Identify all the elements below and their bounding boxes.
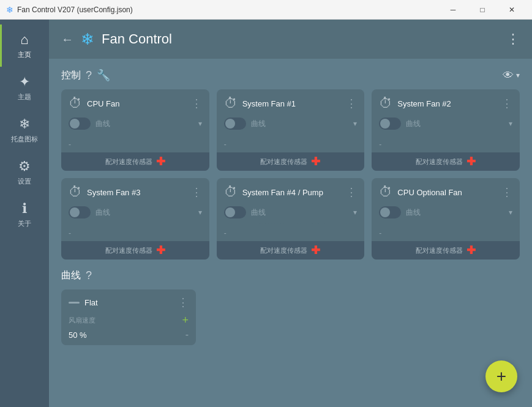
fan-toggle-cpu-fan[interactable] — [69, 118, 91, 130]
fan-card-system-fan-1: ⏱ System Fan #1 ⋮ 曲线 ▾ - 配对速度传感器 ✚ — [217, 89, 365, 171]
curve-value-row: 50 % - — [61, 328, 196, 345]
fan-footer-system-fan-3: 配对速度传感器 ✚ — [61, 241, 209, 260]
fan-gauge-icon-system-fan-1: ⏱ — [224, 95, 238, 111]
fan-menu-system-fan-4[interactable]: ⋮ — [346, 185, 357, 199]
fan-gauge-icon-system-fan-3: ⏱ — [69, 184, 82, 200]
fan-curve-arrow-system-fan-1[interactable]: ▾ — [353, 119, 357, 128]
fan-value-cpu-optional-fan: - — [372, 226, 520, 239]
fan-add-sensor-system-fan-2[interactable]: ✚ — [466, 155, 476, 168]
fan-divider-system-fan-3 — [69, 223, 202, 224]
fan-add-sensor-cpu-optional-fan[interactable]: ✚ — [466, 244, 476, 257]
curves-help-icon[interactable]: ? — [86, 269, 92, 282]
maximize-button[interactable]: □ — [468, 0, 496, 20]
fan-curve-arrow-system-fan-3[interactable]: ▾ — [198, 208, 202, 217]
fan-curve-label-system-fan-3: 曲线 — [96, 207, 110, 218]
sidebar-label-theme: 主题 — [18, 92, 31, 102]
window-title: Fan Control V207 (userConfig.json) — [17, 6, 133, 14]
back-button[interactable]: ← — [61, 32, 73, 47]
fan-name-system-fan-2: System Fan #2 — [397, 99, 496, 108]
fan-menu-system-fan-2[interactable]: ⋮ — [501, 97, 512, 110]
fan-add-sensor-system-fan-1[interactable]: ✚ — [311, 155, 320, 168]
fan-toggle-cpu-optional-fan[interactable] — [379, 206, 401, 218]
sidebar-item-home[interactable]: ⌂ 主页 — [0, 24, 49, 67]
header-menu-button[interactable]: ⋮ — [506, 31, 520, 47]
visibility-icon[interactable]: 👁 — [503, 69, 514, 82]
fan-add-sensor-system-fan-4[interactable]: ✚ — [311, 244, 320, 257]
sidebar-item-tray[interactable]: ❄ 托盘图标 — [0, 109, 49, 151]
fan-footer-system-fan-2: 配对速度传感器 ✚ — [372, 152, 520, 171]
visibility-arrow-icon[interactable]: ▾ — [516, 71, 520, 80]
fan-menu-cpu-fan[interactable]: ⋮ — [191, 97, 202, 110]
fan-controls-system-fan-2: 曲线 ▾ — [372, 115, 520, 132]
fan-name-system-fan-1: System Fan #1 — [242, 99, 342, 108]
fan-curve-arrow-cpu-fan[interactable]: ▾ — [198, 119, 202, 128]
fans-grid: ⏱ CPU Fan ⋮ 曲线 ▾ - 配对速度传感器 ✚ — [61, 89, 520, 260]
fan-gauge-icon-system-fan-2: ⏱ — [379, 95, 392, 111]
curves-section: 曲线 ? Flat ⋮ 风扇速度 + — [61, 269, 520, 345]
add-fab-button[interactable]: + — [485, 360, 517, 392]
settings-icon: ⚙ — [18, 159, 31, 174]
fan-menu-system-fan-1[interactable]: ⋮ — [346, 97, 357, 110]
curves-section-header: 曲线 ? — [61, 269, 520, 282]
fan-footer-cpu-fan: 配对速度传感器 ✚ — [61, 152, 209, 171]
sidebar-item-settings[interactable]: ⚙ 设置 — [0, 151, 49, 193]
fan-menu-cpu-optional-fan[interactable]: ⋮ — [501, 185, 512, 199]
control-section-title: 控制 — [61, 69, 81, 82]
fan-name-system-fan-4: System Fan #4 / Pump — [242, 188, 342, 197]
sidebar-label-tray: 托盘图标 — [11, 135, 38, 144]
close-button[interactable]: ✕ — [498, 0, 526, 20]
fan-value-cpu-fan: - — [61, 138, 209, 150]
fan-curve-arrow-system-fan-2[interactable]: ▾ — [509, 119, 512, 128]
curve-fan-speed-add[interactable]: + — [182, 314, 189, 327]
control-wrench-icon[interactable]: 🔧 — [97, 69, 110, 82]
fan-toggle-system-fan-1[interactable] — [224, 118, 246, 130]
fan-value-system-fan-1: - — [217, 138, 365, 150]
fan-toggle-system-fan-4[interactable] — [224, 206, 246, 218]
fan-name-cpu-optional-fan: CPU Optional Fan — [397, 188, 496, 197]
fan-curve-arrow-cpu-optional-fan[interactable]: ▾ — [509, 208, 512, 217]
curve-fan-speed-minus[interactable]: - — [185, 329, 189, 340]
fan-gauge-icon-system-fan-4: ⏱ — [224, 184, 238, 200]
control-help-icon[interactable]: ? — [86, 69, 92, 82]
sidebar-item-about[interactable]: ℹ 关于 — [0, 193, 49, 236]
fan-card-header-cpu-fan: ⏱ CPU Fan ⋮ — [61, 89, 209, 115]
titlebar-controls: ─ □ ✕ — [439, 0, 526, 20]
fan-toggle-system-fan-3[interactable] — [69, 206, 91, 218]
curves-section-title: 曲线 — [61, 269, 81, 282]
minimize-button[interactable]: ─ — [439, 0, 467, 20]
fan-menu-system-fan-3[interactable]: ⋮ — [191, 185, 202, 199]
fan-card-system-fan-4: ⏱ System Fan #4 / Pump ⋮ 曲线 ▾ - 配对速度传感器 … — [217, 178, 365, 260]
fan-value-system-fan-2: - — [372, 138, 520, 150]
curve-fan-speed-label: 风扇速度 — [69, 316, 96, 325]
fan-card-header-cpu-optional-fan: ⏱ CPU Optional Fan ⋮ — [372, 178, 520, 204]
fan-add-sensor-system-fan-3[interactable]: ✚ — [156, 244, 165, 257]
fan-divider-system-fan-1 — [224, 135, 358, 135]
header-left: ← ❄ Fan Control — [61, 30, 172, 49]
fan-controls-cpu-optional-fan: 曲线 ▾ — [372, 204, 520, 221]
sidebar: ⌂ 主页 ✦ 主题 ❄ 托盘图标 ⚙ 设置 ℹ 关于 — [0, 20, 49, 407]
fan-add-sensor-cpu-fan[interactable]: ✚ — [156, 155, 165, 168]
fan-name-cpu-fan: CPU Fan — [87, 99, 186, 108]
about-icon: ℹ — [22, 201, 27, 217]
curve-fan-speed-row: 风扇速度 + — [61, 313, 196, 328]
fan-name-system-fan-3: System Fan #3 — [87, 188, 186, 197]
curve-menu-flat[interactable]: ⋮ — [178, 296, 189, 309]
sidebar-item-theme[interactable]: ✦ 主题 — [0, 67, 49, 109]
fan-card-cpu-optional-fan: ⏱ CPU Optional Fan ⋮ 曲线 ▾ - 配对速度传感器 ✚ — [372, 178, 520, 260]
fan-card-cpu-fan: ⏱ CPU Fan ⋮ 曲线 ▾ - 配对速度传感器 ✚ — [61, 89, 209, 171]
curve-dash-icon — [69, 302, 80, 304]
fan-card-header-system-fan-2: ⏱ System Fan #2 ⋮ — [372, 89, 520, 115]
fan-match-sensor-label-system-fan-2: 配对速度传感器 — [416, 157, 463, 166]
fan-match-sensor-label-system-fan-3: 配对速度传感器 — [105, 246, 152, 255]
fan-toggle-system-fan-2[interactable] — [379, 118, 401, 130]
fan-curve-arrow-system-fan-4[interactable]: ▾ — [353, 208, 357, 217]
fan-card-header-system-fan-4: ⏱ System Fan #4 / Pump ⋮ — [217, 178, 365, 204]
curve-fan-speed-value: 50 % — [69, 330, 87, 340]
fan-gauge-icon-cpu-optional-fan: ⏱ — [379, 184, 392, 200]
app-container: ⌂ 主页 ✦ 主题 ❄ 托盘图标 ⚙ 设置 ℹ 关于 ← ❄ Fan Contr… — [0, 20, 532, 407]
titlebar-left: ❄ Fan Control V207 (userConfig.json) — [6, 5, 133, 15]
fan-divider-system-fan-2 — [379, 135, 512, 135]
fan-footer-system-fan-1: 配对速度传感器 ✚ — [217, 152, 365, 171]
fan-controls-system-fan-4: 曲线 ▾ — [217, 204, 365, 221]
fan-card-system-fan-3: ⏱ System Fan #3 ⋮ 曲线 ▾ - 配对速度传感器 ✚ — [61, 178, 209, 260]
